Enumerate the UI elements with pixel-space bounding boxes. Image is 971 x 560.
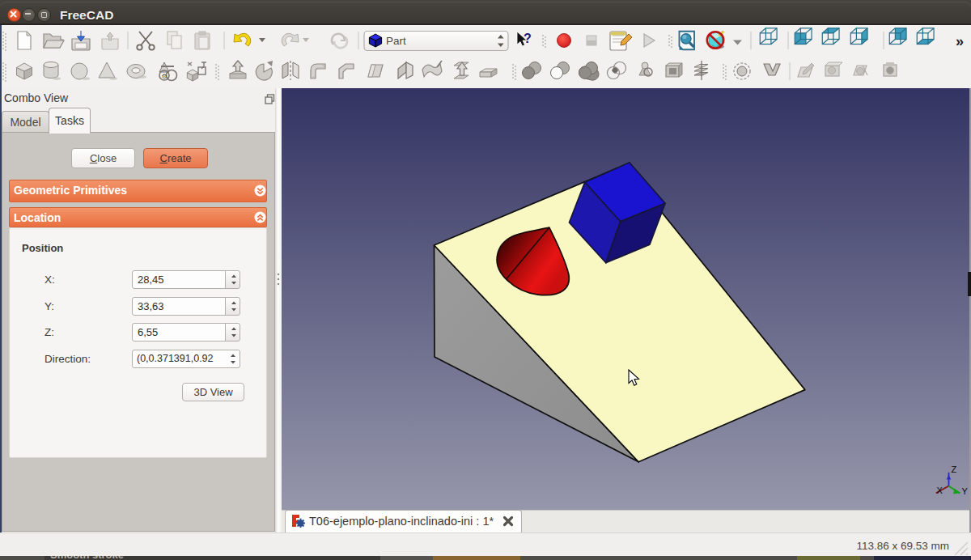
svg-text:Z: Z [952,465,957,474]
svg-text:X: X [937,486,943,495]
svg-text:»: » [956,33,964,49]
svg-text:Y: Y [962,486,969,496]
svg-text:⚙: ⚙ [162,73,167,80]
svg-text:?: ? [524,32,532,45]
svg-text:Part: Part [386,35,406,47]
